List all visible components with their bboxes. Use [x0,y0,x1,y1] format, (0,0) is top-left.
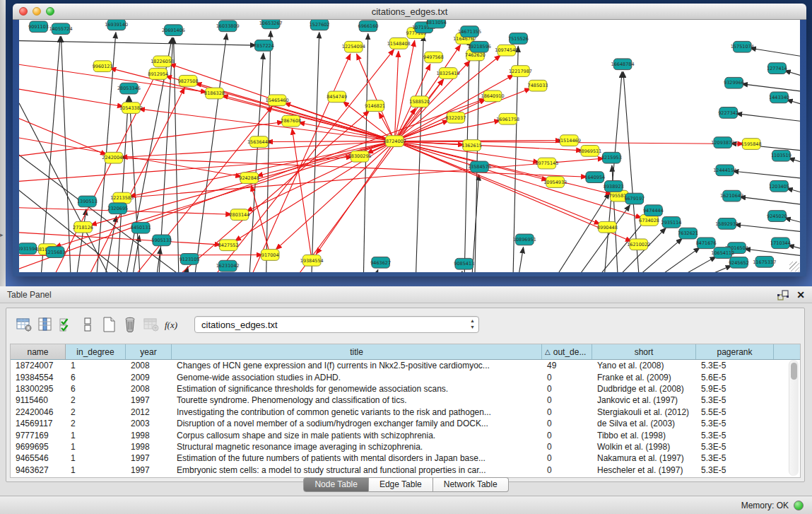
network-node[interactable]: 10896951 [513,234,536,245]
network-node[interactable]: 2935114 [661,217,682,228]
table-cell-out-de-[interactable]: 0 [542,407,592,417]
network-node[interactable]: 15751074 [731,41,754,52]
network-edge[interactable] [370,269,378,272]
table-row[interactable]: 911546021997Tourette syndrome. Phenomeno… [11,395,800,406]
network-node[interactable]: 15636448 [247,136,271,148]
network-node[interactable]: 13584576 [468,161,491,173]
network-node[interactable]: 8990448 [597,221,618,233]
column-header-title[interactable]: title [172,344,542,359]
tab-network-table[interactable]: Network Table [433,477,509,492]
table-cell-year[interactable]: 1998 [126,442,172,452]
table-settings-icon[interactable] [13,314,35,335]
table-cell-pagerank[interactable]: 5.3E-5 [696,453,774,463]
table-cell-name[interactable]: 9699695 [11,442,66,452]
table-cell-title[interactable]: Investigating the contribution of common… [172,407,542,417]
network-node[interactable]: 2803144 [229,209,249,221]
network-edge[interactable] [19,86,124,107]
table-row[interactable]: 969969511998Structural magnetic resonanc… [11,441,800,452]
network-edge[interactable] [416,35,423,272]
network-node[interactable]: 16648784 [611,59,635,70]
table-row[interactable]: 946362711997Embryonic stem cells: a mode… [11,465,800,476]
table-cell-pagerank[interactable]: 5.5E-5 [696,407,774,417]
network-node[interactable]: 1443340 [769,92,789,103]
network-node[interactable]: 8471676 [696,238,717,249]
column-header-pagerank[interactable]: pagerank [696,344,774,359]
network-node[interactable]: 1588520 [409,96,430,107]
network-node[interactable]: 7632621 [678,228,698,239]
table-cell-title[interactable]: Changes of HCN gene expression and I(f) … [172,361,542,370]
network-node[interactable]: 12217987 [509,66,532,77]
table-cell-out-de-[interactable]: 0 [542,431,592,440]
network-node[interactable]: 12444154 [713,165,736,176]
network-node[interactable]: 19775145 [535,158,558,169]
table-cell-title[interactable]: Estimation of the future numbers of pati… [172,453,542,463]
table-cell-out-de-[interactable]: 0 [542,453,592,463]
network-edge[interactable] [741,84,800,93]
network-node[interactable]: 8912954 [148,69,168,80]
network-node[interactable]: 2320695 [107,203,128,214]
delete-table-icon[interactable] [119,314,141,335]
table-cell-pagerank[interactable]: 5.9E-5 [696,384,774,394]
network-edge[interactable] [736,114,800,122]
table-cell-in-degree[interactable]: 2 [66,407,126,417]
table-row[interactable]: 946554611997Estimation of the future num… [11,452,800,464]
network-edge[interactable] [40,37,61,272]
table-row[interactable]: 977716911998Corpus callosum shape and si… [11,429,800,440]
network-node[interactable]: 1527602 [310,20,330,30]
network-node[interactable]: 14671355 [458,26,481,37]
network-node[interactable]: 8322037 [446,112,466,123]
network-edge[interactable] [517,247,524,272]
network-node[interactable]: 9827508 [178,75,199,86]
network-edge[interactable] [174,37,180,272]
network-node[interactable]: 16210022 [627,239,650,250]
network-node[interactable]: 8215953 [601,152,622,163]
network-node[interactable]: 11675337 [753,256,776,267]
network-node[interactable]: 9245020 [767,211,787,222]
create-table-icon[interactable] [98,314,119,335]
network-node[interactable]: 7485033 [528,80,548,91]
network-edge[interactable] [19,40,257,45]
network-node[interactable]: 6679197 [624,193,645,204]
network-edge[interactable] [640,247,700,272]
table-cell-year[interactable]: 2012 [126,407,172,417]
network-node[interactable]: 9242848 [239,173,259,184]
show-columns-icon[interactable] [35,314,56,335]
import-table-icon[interactable] [141,314,162,335]
network-node[interactable]: 18640910 [481,90,505,102]
memory-status-indicator-icon[interactable] [794,501,804,510]
table-cell-name[interactable]: 9465546 [11,453,66,463]
network-edge[interactable] [357,54,395,141]
table-cell-pagerank[interactable]: 5.3E-5 [696,465,774,475]
network-node[interactable]: 9146821 [365,100,385,112]
expand-panel-arrow-icon[interactable]: ▸ [0,232,4,238]
table-cell-year[interactable]: 1998 [126,431,172,440]
table-cell-in-degree[interactable]: 1 [66,453,126,463]
tab-edge-table[interactable]: Edge Table [369,477,433,492]
network-graph[interactable]: 1872400718300295914682115885208322037136… [19,20,800,272]
network-node[interactable]: 16231042 [216,260,240,271]
network-edge[interactable] [266,141,394,142]
network-node[interactable]: 9329966 [724,77,744,88]
table-cell-short[interactable]: Dudbridge et al. (2008) [592,384,696,394]
network-node[interactable]: 12254094 [342,41,365,52]
network-edge[interactable] [734,224,800,233]
network-node[interactable]: 10954933 [543,177,567,188]
column-header-name[interactable]: name [11,344,66,359]
network-node[interactable]: 11548408 [387,38,411,49]
column-header-short[interactable]: short [592,344,696,359]
network-window-titlebar[interactable]: citations_edges.txt [13,4,806,20]
table-cell-short[interactable]: Nakamura et al. (1997) [592,453,696,463]
network-edge[interactable] [787,188,800,195]
network-node[interactable]: 20691406 [162,25,185,36]
network-node[interactable]: 1103519 [771,150,792,161]
collapsed-side-panel[interactable]: ▸ [0,0,6,286]
table-cell-out-de-[interactable]: 49 [542,361,592,370]
network-node[interactable]: 22420046 [102,152,125,163]
network-node[interactable]: 917004 [261,250,279,261]
table-selector-dropdown[interactable]: citations_edges.txt▲▼ [194,316,479,333]
table-cell-in-degree[interactable]: 1 [66,465,126,475]
table-cell-name[interactable]: 14569117 [11,419,66,428]
network-node[interactable]: 8813054 [426,20,447,28]
table-cell-name[interactable]: 19384554 [11,373,66,382]
column-header-out-de-[interactable]: △out_de... [542,344,592,359]
